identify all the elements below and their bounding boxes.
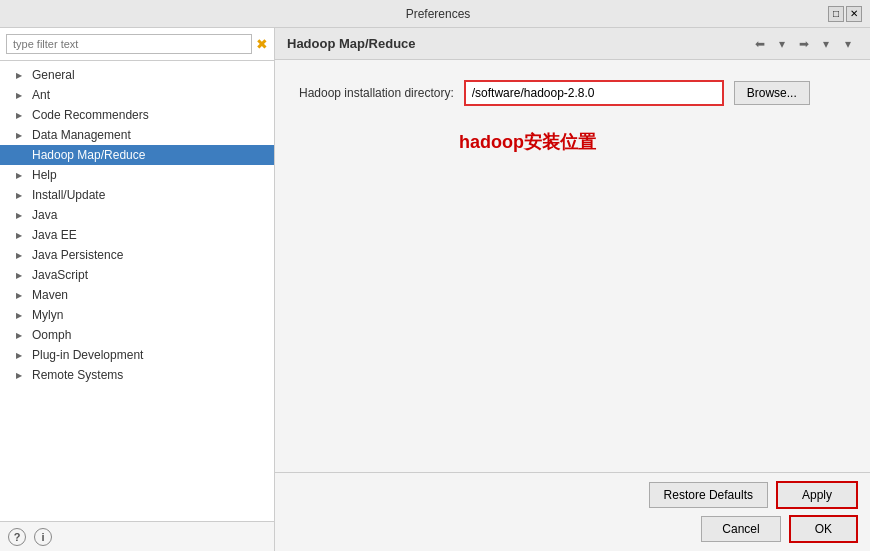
close-button[interactable]: ✕ <box>846 6 862 22</box>
arrow-icon: ▶ <box>16 211 28 220</box>
sidebar-item-java[interactable]: ▶Java <box>0 205 274 225</box>
nav-back-dropdown-icon[interactable]: ▾ <box>772 34 792 54</box>
minimize-button[interactable]: □ <box>828 6 844 22</box>
sidebar-item-java-ee[interactable]: ▶Java EE <box>0 225 274 245</box>
sidebar-bottom: ? i <box>0 521 274 551</box>
sidebar-item-label: Plug-in Development <box>32 348 143 362</box>
arrow-icon: ▶ <box>16 371 28 380</box>
sidebar-item-oomph[interactable]: ▶Oomph <box>0 325 274 345</box>
apply-button[interactable]: Apply <box>776 481 858 509</box>
search-input[interactable] <box>6 34 252 54</box>
sidebar-item-help[interactable]: ▶Help <box>0 165 274 185</box>
sidebar-item-label: Install/Update <box>32 188 105 202</box>
sidebar-item-label: Maven <box>32 288 68 302</box>
sidebar-item-plug-in-development[interactable]: ▶Plug-in Development <box>0 345 274 365</box>
sidebar-item-label: Hadoop Map/Reduce <box>32 148 145 162</box>
sidebar-item-remote-systems[interactable]: ▶Remote Systems <box>0 365 274 385</box>
window-controls: □ ✕ <box>828 6 862 22</box>
nav-back-icon[interactable]: ⬅ <box>750 34 770 54</box>
main-layout: ✖ ▶General▶Ant▶Code Recommenders▶Data Ma… <box>0 28 870 551</box>
arrow-icon: ▶ <box>16 131 28 140</box>
search-clear-icon[interactable]: ✖ <box>256 36 268 52</box>
panel-header: Hadoop Map/Reduce ⬅ ▾ ➡ ▾ ▾ <box>275 28 870 60</box>
hadoop-dir-row: Hadoop installation directory: Browse... <box>299 80 846 106</box>
sidebar-item-install-update[interactable]: ▶Install/Update <box>0 185 274 205</box>
sidebar-item-label: Ant <box>32 88 50 102</box>
arrow-icon: ▶ <box>16 311 28 320</box>
sidebar: ✖ ▶General▶Ant▶Code Recommenders▶Data Ma… <box>0 28 275 551</box>
arrow-icon: ▶ <box>16 351 28 360</box>
sidebar-item-label: Code Recommenders <box>32 108 149 122</box>
hadoop-dir-input-wrapper <box>464 80 724 106</box>
nav-forward-dropdown-icon[interactable]: ▾ <box>816 34 836 54</box>
arrow-icon: ▶ <box>16 191 28 200</box>
panel-footer: Restore Defaults Apply Cancel OK <box>275 472 870 551</box>
tree-list: ▶General▶Ant▶Code Recommenders▶Data Mana… <box>0 61 274 521</box>
arrow-icon: ▶ <box>16 251 28 260</box>
arrow-icon: ▶ <box>16 71 28 80</box>
panel-title: Hadoop Map/Reduce <box>287 36 416 51</box>
sidebar-item-label: Help <box>32 168 57 182</box>
sidebar-item-label: Java EE <box>32 228 77 242</box>
panel-nav-icons: ⬅ ▾ ➡ ▾ ▾ <box>750 34 858 54</box>
hadoop-dir-label: Hadoop installation directory: <box>299 86 454 100</box>
sidebar-item-label: Java Persistence <box>32 248 123 262</box>
sidebar-item-label: JavaScript <box>32 268 88 282</box>
help-icon[interactable]: ? <box>8 528 26 546</box>
cancel-button[interactable]: Cancel <box>701 516 780 542</box>
sidebar-item-label: Mylyn <box>32 308 63 322</box>
restore-defaults-button[interactable]: Restore Defaults <box>649 482 768 508</box>
nav-forward-icon[interactable]: ➡ <box>794 34 814 54</box>
sidebar-item-label: Oomph <box>32 328 71 342</box>
arrow-icon: ▶ <box>16 91 28 100</box>
hadoop-dir-input[interactable] <box>466 82 722 104</box>
window-title: Preferences <box>48 7 828 21</box>
info-icon[interactable]: i <box>34 528 52 546</box>
panel-content: Hadoop installation directory: Browse...… <box>275 60 870 472</box>
sidebar-item-label: Remote Systems <box>32 368 123 382</box>
arrow-icon: ▶ <box>16 231 28 240</box>
arrow-icon: ▶ <box>16 271 28 280</box>
nav-menu-icon[interactable]: ▾ <box>838 34 858 54</box>
browse-button[interactable]: Browse... <box>734 81 810 105</box>
annotation-text: hadoop安装位置 <box>459 130 846 154</box>
right-panel: Hadoop Map/Reduce ⬅ ▾ ➡ ▾ ▾ Hadoop insta… <box>275 28 870 551</box>
sidebar-item-general[interactable]: ▶General <box>0 65 274 85</box>
sidebar-item-data-management[interactable]: ▶Data Management <box>0 125 274 145</box>
arrow-icon: ▶ <box>16 171 28 180</box>
sidebar-item-mylyn[interactable]: ▶Mylyn <box>0 305 274 325</box>
sidebar-item-javascript[interactable]: ▶JavaScript <box>0 265 274 285</box>
sidebar-item-label: General <box>32 68 75 82</box>
arrow-icon: ▶ <box>16 111 28 120</box>
sidebar-item-label: Java <box>32 208 57 222</box>
title-bar: Preferences □ ✕ <box>0 0 870 28</box>
arrow-icon: ▶ <box>16 291 28 300</box>
sidebar-item-code-recommenders[interactable]: ▶Code Recommenders <box>0 105 274 125</box>
search-box: ✖ <box>0 28 274 61</box>
sidebar-item-java-persistence[interactable]: ▶Java Persistence <box>0 245 274 265</box>
sidebar-item-maven[interactable]: ▶Maven <box>0 285 274 305</box>
footer-row-1: Restore Defaults Apply <box>287 481 858 509</box>
arrow-icon: ▶ <box>16 331 28 340</box>
sidebar-item-label: Data Management <box>32 128 131 142</box>
ok-button[interactable]: OK <box>789 515 858 543</box>
sidebar-item-ant[interactable]: ▶Ant <box>0 85 274 105</box>
sidebar-item-hadoop-map-reduce[interactable]: Hadoop Map/Reduce <box>0 145 274 165</box>
footer-row-2: Cancel OK <box>287 515 858 543</box>
